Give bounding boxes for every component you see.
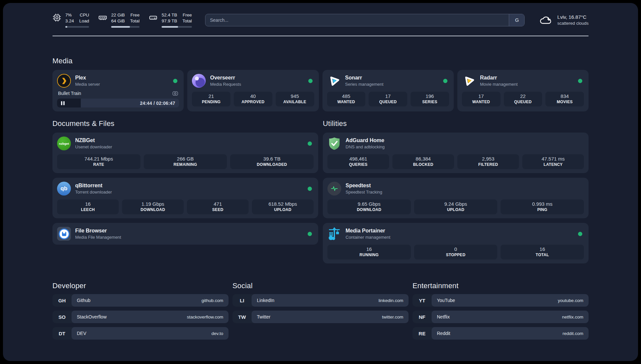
app-name: Overseerr [210,75,241,81]
stat-running: 16 RUNNING [327,245,411,259]
bookmark-github[interactable]: GH Github github.com [52,294,229,307]
weather-widget[interactable]: Lviv, 16.87°C scattered clouds [539,14,589,26]
search-bar: G [205,14,525,26]
status-dot [308,141,312,146]
bookmark-abbr: TW [232,314,252,320]
bookmark-name: Twitter [257,314,270,319]
app-subtitle: Media File Management [75,235,121,240]
search-input[interactable] [205,14,509,26]
qbittorrent-icon: qb [57,182,71,196]
cpu-metric: 7% 3.24 CPU Load [52,12,89,28]
entertainment-section-title: Entertainment [412,282,589,290]
social-section-title: Social [232,282,409,290]
video-session-icon[interactable] [172,91,178,96]
nzbget-card[interactable]: nzbget NZBGet Usenet downloader 744.21 M… [52,133,318,173]
nzbget-icon-text: nzbget [59,142,69,145]
sonarr-card[interactable]: Sonarr Series management 485 WANTED 17 Q… [322,70,454,111]
app-subtitle: Speedtest Tracking [346,190,382,195]
cpu-values: 7% 3.24 [65,12,74,24]
portainer-icon [327,227,341,241]
lower-grid: Documents & Files nzbget NZBGet Usenet d… [52,119,589,263]
ram-icon [98,13,107,22]
media-section: Media Plex Media server Bullet Train [52,57,589,111]
utilities-column: Utilities [323,119,589,263]
plex-card[interactable]: Plex Media server Bullet Train [52,70,184,111]
weather-text: Lviv, 16.87°C scattered clouds [557,14,589,26]
bookmark-url: netflix.com [562,315,583,319]
app-name: Speedtest [346,183,382,189]
status-dot [308,232,312,236]
stat-leech: 16 LEECH [57,199,119,214]
bookmark-youtube[interactable]: YT YouTube youtube.com [412,294,589,307]
app-name: Sonarr [345,75,383,81]
bookmark-netflix[interactable]: NF Netflix netflix.com [412,311,589,323]
bookmark-abbr: DT [52,331,72,336]
qbittorrent-icon-text: qb [61,185,68,192]
disk-labels: Free Total [182,12,192,24]
bookmarks-grid: Developer GH Github github.com SO StackO… [52,282,589,340]
bookmark-reddit[interactable]: RE Reddit reddit.com [412,327,589,340]
app-name: Plex [75,75,100,81]
stat-series: 196 SERIES [411,92,449,106]
plex-icon [57,74,71,88]
stat-total: 16 TOTAL [501,245,584,259]
stat-download: 9.65 Gbps DOWNLOAD [327,199,411,214]
portainer-card[interactable]: Media Portainer Container management 16 … [323,223,589,263]
social-bookmarks: Social LI LinkedIn linkedin.com TW Twitt… [232,282,409,323]
stat-seed: 471 SEED [187,199,249,214]
stat-latency: 47.571 ms LATENCY [522,154,584,169]
status-dot [578,232,582,236]
bookmark-stackoverflow[interactable]: SO StackOverflow stackoverflow.com [52,311,229,323]
bookmark-abbr: SO [52,314,72,320]
bookmark-abbr: RE [412,331,432,336]
stat-download: 1.19 Gbps DOWNLOAD [122,199,184,214]
app-name: Media Portainer [346,228,390,234]
weather-condition: scattered clouds [557,21,589,26]
adguard-card[interactable]: AdGuard Home DNS and adblocking 498,461 … [323,133,589,173]
dashboard-surface: 7% 3.24 CPU Load [3,3,638,361]
cpu-icon [52,13,61,22]
stat-upload: 9.24 Gbps UPLOAD [414,199,498,214]
app-name: File Browser [75,228,121,234]
pause-icon[interactable] [61,101,65,105]
playback-time: 24:44 / 02:06:47 [140,101,175,106]
filebrowser-card[interactable]: File Browser Media File Management [52,223,318,245]
qbittorrent-card[interactable]: qb qBittorrent Torrent downloader 16 LEE… [52,178,318,218]
bookmark-dev[interactable]: DT DEV dev.to [52,327,229,340]
bookmark-abbr: GH [52,298,72,303]
search-engine-button[interactable]: G [509,14,525,26]
radarr-card[interactable]: Radarr Movie management 17 WANTED 22 QUE… [457,70,589,111]
stat-downloaded: 39.6 TB DOWNLOADED [230,154,314,169]
overseerr-card[interactable]: Overseerr Media Requests 21 PENDING 40 A… [187,70,319,111]
memory-values: 22 GiB 64 GiB [111,12,125,24]
stat-upload: 618.52 Mbps UPLOAD [252,199,314,214]
sonarr-icon [327,74,341,88]
memory-metric-body: 22 GiB 64 GiB Free Total [111,12,139,28]
bookmark-abbr: NF [412,314,432,320]
bookmark-url: github.com [201,298,223,303]
stat-queued: 17 QUEUED [369,92,407,106]
cloud-icon [539,15,553,25]
disk-metric: 52.4 TB 97.9 TB Free Total [149,12,192,28]
system-metrics: 7% 3.24 CPU Load [52,12,192,28]
stat-available: 945 AVAILABLE [276,92,314,106]
disk-values: 52.4 TB 97.9 TB [162,12,177,24]
memory-labels: Free Total [130,12,140,24]
top-bar: 7% 3.24 CPU Load [52,12,589,28]
app-subtitle: Media Requests [210,82,241,87]
status-dot [308,187,312,191]
cpu-labels: CPU Load [79,12,89,24]
stat-rate: 744.21 Mbps RATE [57,154,140,169]
playback-progress-bar[interactable]: 24:44 / 02:06:47 [57,99,179,107]
disk-icon [149,13,158,22]
disk-metric-body: 52.4 TB 97.9 TB Free Total [162,12,192,28]
cpu-usage-bar [65,26,89,28]
stat-approved: 40 APPROVED [234,92,272,106]
playback-progress-fill [57,99,81,107]
speedtest-card[interactable]: Speedtest Speedtest Tracking 9.65 Gbps D… [323,178,589,218]
stat-ping: 0.993 ms PING [501,199,584,214]
app-subtitle: Media server [75,82,100,87]
bookmark-twitter[interactable]: TW Twitter twitter.com [232,311,409,323]
bookmark-linkedin[interactable]: LI LinkedIn linkedin.com [232,294,409,307]
developer-section-title: Developer [52,282,229,290]
